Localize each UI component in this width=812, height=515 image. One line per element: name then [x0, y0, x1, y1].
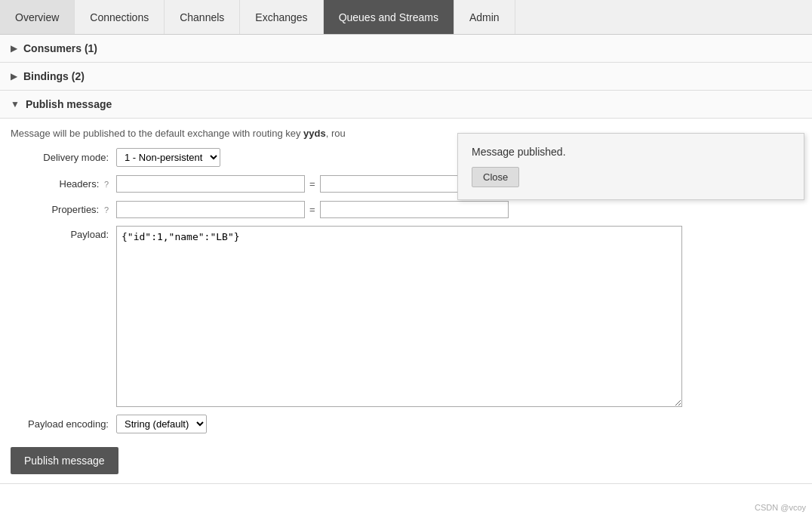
nav-queues-and-streams[interactable]: Queues and Streams — [324, 0, 454, 34]
main-content: ▶ Consumers (1) ▶ Bindings (2) ▼ Publish… — [0, 35, 812, 484]
routing-key: yyds — [303, 128, 326, 139]
headers-key-input[interactable] — [116, 175, 305, 193]
properties-key-input[interactable] — [116, 201, 305, 218]
payload-encoding-label: Payload encoding: — [11, 418, 116, 430]
properties-label: Properties: ? — [11, 204, 116, 215]
payload-label: Payload: — [11, 226, 116, 240]
close-notification-button[interactable]: Close — [472, 167, 519, 187]
headers-help-icon[interactable]: ? — [104, 180, 109, 189]
bindings-section-header[interactable]: ▶ Bindings (2) — [0, 63, 812, 91]
consumers-arrow-icon: ▶ — [11, 43, 17, 54]
nav-exchanges[interactable]: Exchanges — [240, 0, 323, 34]
delivery-mode-label: Delivery mode: — [11, 152, 116, 163]
properties-equals: = — [309, 204, 315, 215]
nav-admin[interactable]: Admin — [454, 0, 515, 34]
properties-value-input[interactable] — [320, 201, 509, 218]
consumers-title: Consumers (1) — [23, 42, 97, 54]
headers-equals: = — [309, 178, 315, 190]
notification-message: Message published. — [472, 146, 790, 158]
headers-label: Headers: ? — [11, 178, 116, 190]
publish-section-header[interactable]: ▼ Publish message — [0, 91, 812, 119]
payload-encoding-select[interactable]: String (default) Base64 — [116, 415, 207, 433]
footer-credit: CSDN @vcoy — [755, 503, 806, 512]
nav-overview[interactable]: Overview — [0, 0, 75, 34]
notification-popup: Message published. Close — [457, 133, 804, 200]
payload-row: Payload: {"id":1,"name":"LB"} — [11, 226, 801, 407]
nav-connections[interactable]: Connections — [75, 0, 165, 34]
properties-help-icon[interactable]: ? — [104, 205, 109, 214]
nav-channels[interactable]: Channels — [165, 0, 240, 34]
properties-row: Properties: ? = — [11, 201, 801, 218]
publish-arrow-icon: ▼ — [11, 99, 20, 109]
bindings-title: Bindings (2) — [23, 70, 85, 82]
consumers-section-header[interactable]: ▶ Consumers (1) — [0, 35, 812, 63]
bindings-arrow-icon: ▶ — [11, 71, 17, 82]
top-nav: Overview Connections Channels Exchanges … — [0, 0, 812, 35]
payload-encoding-row: Payload encoding: String (default) Base6… — [11, 415, 801, 433]
publish-message-button[interactable]: Publish message — [11, 447, 118, 474]
payload-textarea[interactable]: {"id":1,"name":"LB"} — [116, 226, 682, 407]
publish-section-title: Publish message — [26, 98, 112, 110]
delivery-mode-select[interactable]: 1 - Non-persistent 2 - Persistent — [116, 148, 220, 167]
